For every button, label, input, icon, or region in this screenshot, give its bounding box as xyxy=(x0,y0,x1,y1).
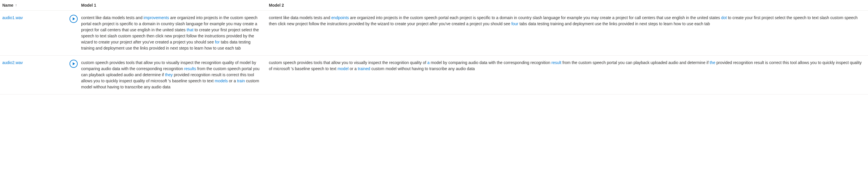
diff-word: improvements xyxy=(144,15,169,20)
model1-transcript: custom speech provides tools that allow … xyxy=(81,60,259,90)
transcript-text: custom speech provides tools that allow … xyxy=(269,60,427,65)
diff-word: model xyxy=(338,66,348,71)
diff-word: for xyxy=(215,40,220,44)
column-header-model2[interactable]: Model 2 xyxy=(269,0,868,11)
table-row: audio1.wavcontent like data models tests… xyxy=(0,11,868,56)
transcript-text: model by comparing audio data with the c… xyxy=(430,60,551,65)
transcript-text: or a xyxy=(228,78,237,83)
play-button[interactable] xyxy=(69,15,78,23)
transcript-text: are organized into projects in the custo… xyxy=(349,15,721,20)
audio-filename-link[interactable]: audio1.wav xyxy=(2,15,23,20)
transcript-text: or a xyxy=(348,66,358,71)
audio-filename-link[interactable]: audio2.wav xyxy=(2,60,23,65)
table-row: audio2.wavcustom speech provides tools t… xyxy=(0,56,868,94)
model2-transcript: content like data models tests and endpo… xyxy=(269,15,865,27)
diff-word: trained xyxy=(358,66,370,71)
model1-transcript: content like data models tests and impro… xyxy=(81,15,259,51)
diff-word: result xyxy=(551,60,561,65)
table-header-row: Name ↑ Model 1 Model 2 xyxy=(0,0,868,11)
column-header-name[interactable]: Name ↑ xyxy=(2,3,17,7)
comparison-table: Name ↑ Model 1 Model 2 audio1.wavcontent… xyxy=(0,0,868,94)
diff-word: endpoints xyxy=(332,15,349,20)
transcript-text: from the custom speech portal you can pl… xyxy=(561,60,710,65)
sort-ascending-icon: ↑ xyxy=(15,3,17,7)
model2-transcript: custom speech provides tools that allow … xyxy=(269,60,865,72)
play-icon xyxy=(72,62,75,65)
column-header-name-label: Name xyxy=(2,3,13,7)
transcript-text: content like data models tests and xyxy=(269,15,332,20)
diff-word: the xyxy=(710,60,715,65)
play-button[interactable] xyxy=(69,60,78,68)
diff-word: train xyxy=(237,78,245,83)
diff-word: dot xyxy=(721,15,726,20)
diff-word: models xyxy=(215,78,228,83)
play-icon xyxy=(72,17,75,21)
column-header-model1[interactable]: Model 1 xyxy=(81,0,269,11)
diff-word: four xyxy=(512,22,518,26)
transcript-text: content like data models tests and xyxy=(81,15,144,20)
diff-word: results xyxy=(184,66,196,71)
diff-word: they xyxy=(165,72,173,77)
diff-word: a xyxy=(427,60,430,65)
transcript-text: tabs data testing training and deploymen… xyxy=(518,22,710,26)
diff-word: that xyxy=(187,28,193,32)
transcript-text: custom model without having to transcrib… xyxy=(370,66,475,71)
